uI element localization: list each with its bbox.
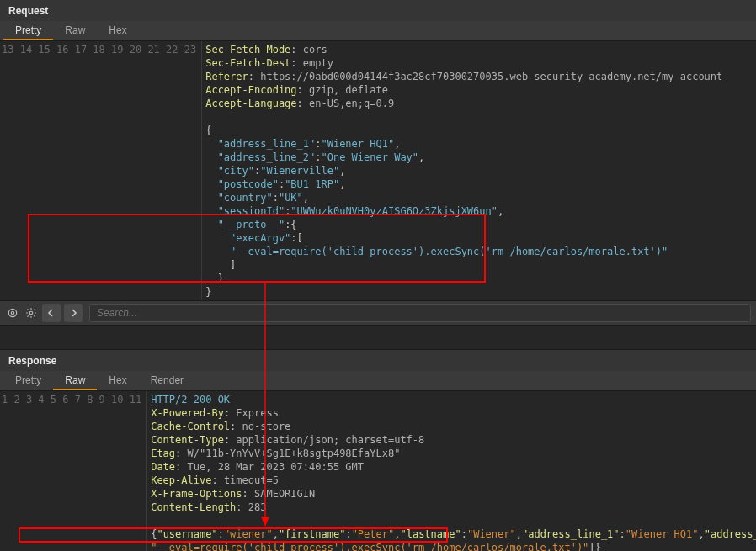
response-tabs: PrettyRawHexRender — [0, 371, 756, 391]
response-title: Response — [0, 349, 756, 371]
request-title: Request — [0, 0, 756, 21]
nav-back-button[interactable] — [42, 304, 61, 322]
svg-point-1 — [11, 311, 14, 315]
tab-raw[interactable]: Raw — [53, 371, 97, 390]
tab-pretty[interactable]: Pretty — [3, 371, 53, 390]
response-gutter: 1 2 3 4 5 6 7 8 9 10 11 — [0, 391, 147, 551]
request-code-area[interactable]: 13 14 15 16 17 18 19 20 21 22 23 Sec-Fet… — [0, 41, 756, 300]
nav-forward-button[interactable] — [64, 304, 83, 322]
tab-hex[interactable]: Hex — [97, 21, 138, 40]
gear-icon[interactable] — [24, 305, 39, 321]
tab-render[interactable]: Render — [139, 371, 195, 390]
svg-point-0 — [8, 309, 16, 316]
tab-pretty[interactable]: Pretty — [3, 21, 53, 40]
response-code[interactable]: HTTP/2 200 OK X-Powered-By: Express Cach… — [147, 391, 756, 551]
request-code[interactable]: Sec-Fetch-Mode: cors Sec-Fetch-Dest: emp… — [202, 41, 756, 300]
middle-toolbar — [0, 300, 756, 326]
search-input[interactable] — [89, 304, 751, 322]
response-code-area[interactable]: 1 2 3 4 5 6 7 8 9 10 11 HTTP/2 200 OK X-… — [0, 391, 756, 551]
request-gutter: 13 14 15 16 17 18 19 20 21 22 23 — [0, 41, 202, 300]
request-panel: Request PrettyRawHex 13 14 15 16 17 18 1… — [0, 0, 756, 300]
tab-hex[interactable]: Hex — [97, 371, 138, 390]
request-tabs: PrettyRawHex — [0, 21, 756, 41]
tab-raw[interactable]: Raw — [53, 21, 97, 40]
target-icon[interactable] — [5, 305, 20, 321]
svg-point-2 — [29, 311, 33, 315]
